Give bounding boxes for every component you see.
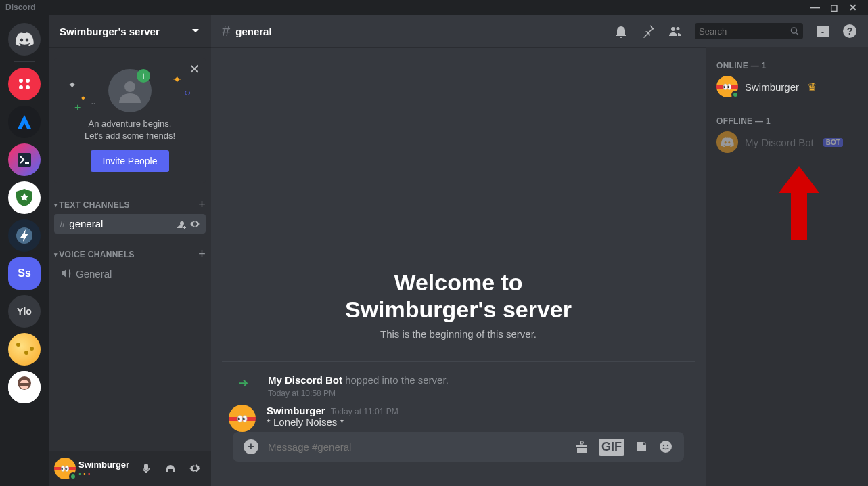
mute-button[interactable] (135, 458, 157, 479)
guild-button[interactable] (8, 181, 41, 214)
chat-area: # general ? Welcome to Swimburger's serv… (211, 15, 868, 486)
welcome-title: Welcome to Swimburger's server (222, 269, 695, 323)
join-arrow-icon: ➔ (229, 376, 257, 391)
member-row[interactable]: My Discord Bot BOT (711, 129, 863, 156)
channel-name: general (235, 26, 271, 37)
text-channel-general[interactable]: # general (54, 214, 206, 234)
svg-point-3 (26, 85, 30, 89)
gif-button[interactable]: GIF (599, 439, 624, 456)
window-minimize-button[interactable]: — (806, 2, 825, 13)
guild-button[interactable]: Ylo (8, 295, 41, 328)
guild-button[interactable] (8, 333, 41, 366)
category-text-channels[interactable]: ▾ TEXT CHANNELS + (49, 194, 211, 213)
invite-text: An adventure begins. Let's add some frie… (65, 118, 195, 142)
server-header[interactable]: Swimburger's server (49, 15, 211, 47)
user-avatar[interactable]: 👀 (54, 458, 76, 479)
inbox-icon[interactable] (815, 24, 830, 39)
hash-icon: # (222, 22, 230, 40)
annotation-arrow-icon (779, 166, 819, 240)
category-voice-channels[interactable]: ▾ VOICE CHANNELS + (49, 243, 211, 263)
app-title: Discord (5, 3, 36, 12)
welcome-block: Welcome to Swimburger's server This is t… (222, 269, 695, 340)
svg-point-2 (19, 85, 23, 89)
message-input[interactable] (268, 441, 565, 453)
user-settings-button[interactable] (184, 458, 206, 479)
message-timestamp: Today at 11:01 PM (331, 407, 398, 416)
gift-icon[interactable] (574, 439, 589, 454)
status-online-icon (69, 472, 77, 481)
avatar-icon (8, 371, 41, 403)
member-category-offline: OFFLINE — 1 (711, 114, 863, 129)
close-icon[interactable]: ✕ (189, 61, 200, 77)
titlebar: Discord — ◻ ✕ (0, 0, 868, 15)
emoji-icon[interactable] (658, 439, 673, 454)
message-composer: + GIF (233, 432, 684, 462)
invite-people-button[interactable]: Invite People (91, 150, 170, 172)
channel-sidebar: Swimburger's server ✕ ✦ • ✦ ○ ⠒ + + An a… (49, 15, 211, 486)
system-message: ➔ My Discord Bot hopped into the server.… (222, 373, 695, 399)
chat-header: # general ? (211, 15, 868, 47)
add-channel-button[interactable]: + (198, 247, 206, 261)
chevron-down-icon: ▾ (54, 202, 58, 208)
home-button[interactable] (8, 23, 41, 56)
shield-star-icon (14, 187, 35, 208)
speaker-icon (60, 267, 72, 280)
help-icon[interactable]: ? (842, 24, 857, 39)
plus-badge-icon: + (137, 69, 150, 83)
dots-icon (17, 76, 32, 91)
notifications-icon[interactable] (614, 24, 629, 39)
message-avatar[interactable]: 👀 (229, 405, 256, 432)
svg-text:?: ? (847, 26, 853, 37)
bot-tag: BOT (823, 138, 843, 147)
member-list-icon[interactable] (668, 24, 683, 39)
guild-button[interactable] (8, 68, 41, 100)
guild-button-current[interactable]: Ss (8, 257, 41, 290)
attach-button[interactable]: + (244, 439, 258, 454)
window-close-button[interactable]: ✕ (844, 2, 863, 13)
guild-button[interactable] (8, 371, 41, 403)
user-message: 👀 Swimburger Today at 11:01 PM * Lonely … (222, 399, 695, 432)
message-content: * Lonely Noises * (267, 416, 398, 428)
svg-point-15 (663, 445, 664, 446)
invite-card: ✕ ✦ • ✦ ○ ⠒ + + An adventure begins. Let… (54, 58, 206, 183)
create-invite-icon[interactable] (176, 219, 187, 229)
discord-logo-icon (15, 32, 34, 46)
guild-button[interactable] (8, 219, 41, 252)
search-input[interactable] (695, 23, 803, 39)
svg-rect-9 (19, 383, 30, 386)
terminal-icon (18, 153, 31, 167)
svg-point-1 (26, 79, 30, 83)
member-row[interactable]: 👀 Swimburger ♛ (711, 73, 863, 100)
svg-point-11 (792, 28, 797, 33)
gear-icon[interactable] (189, 219, 200, 229)
user-tag: • • • (78, 470, 129, 478)
deafen-button[interactable] (160, 458, 181, 479)
add-channel-button[interactable]: + (198, 198, 206, 212)
message-timestamp: Today at 10:58 PM (268, 389, 449, 398)
voice-channel-general[interactable]: General (54, 263, 206, 284)
user-panel: 👀 Swimburger • • • (49, 451, 211, 486)
status-online-icon (731, 91, 739, 99)
chevron-down-icon (191, 26, 200, 36)
crown-icon: ♛ (807, 81, 817, 93)
svg-point-10 (124, 81, 135, 92)
svg-point-14 (660, 441, 672, 453)
letter-a-icon (15, 112, 34, 131)
sticker-icon[interactable] (634, 439, 649, 454)
welcome-subtitle: This is the beginning of this server. (222, 328, 695, 340)
server-name: Swimburger's server (60, 26, 191, 37)
guild-button[interactable] (8, 143, 41, 176)
bolt-icon (16, 227, 33, 244)
guild-button[interactable] (8, 106, 41, 138)
guild-rail: Ss Ylo (0, 15, 49, 486)
window-maximize-button[interactable]: ◻ (825, 2, 844, 13)
svg-point-0 (19, 79, 23, 83)
hash-icon: # (60, 218, 65, 229)
discord-logo-icon (721, 137, 734, 147)
member-category-online: ONLINE — 1 (711, 58, 863, 73)
search-icon (790, 26, 799, 36)
pinned-messages-icon[interactable] (641, 24, 656, 39)
user-name: Swimburger (78, 460, 129, 470)
svg-point-16 (667, 445, 668, 446)
message-author[interactable]: Swimburger (267, 405, 325, 416)
